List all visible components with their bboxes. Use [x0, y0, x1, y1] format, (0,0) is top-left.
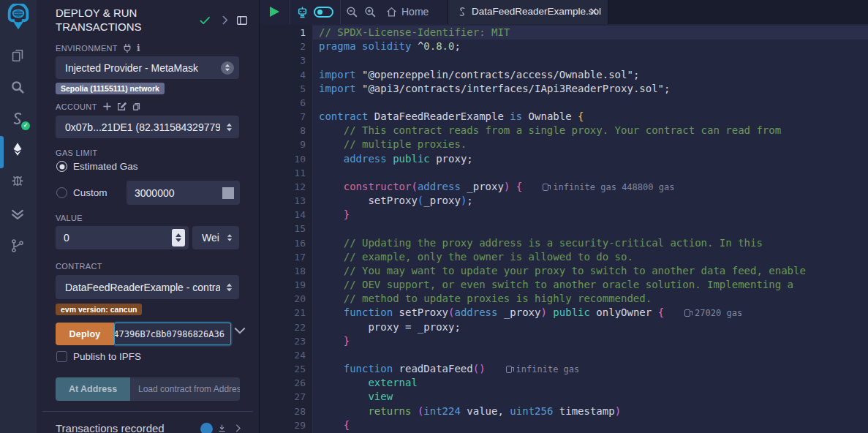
- line-number[interactable]: 19: [260, 278, 313, 292]
- publish-ipfs-checkbox[interactable]: [56, 351, 67, 362]
- tab-datafeedreaderexample[interactable]: DataFeedReaderExample.sol: [448, 0, 608, 24]
- code-line[interactable]: 9 // multiple proxies.: [260, 138, 868, 151]
- code-line[interactable]: 12 constructor(address _proxy) {infinite…: [260, 180, 868, 194]
- remix-logo-icon[interactable]: [4, 4, 32, 31]
- line-number[interactable]: 23: [260, 334, 313, 348]
- close-tab-icon[interactable]: [588, 6, 599, 17]
- custom-gas-radio[interactable]: [56, 187, 67, 198]
- line-number[interactable]: 28: [260, 404, 313, 418]
- code-line[interactable]: 6: [260, 96, 868, 110]
- code-line[interactable]: 13 setProxy(_proxy);: [260, 194, 868, 208]
- zoom-out-icon[interactable]: [345, 5, 359, 19]
- code-editor[interactable]: 1// SPDX-License-Identifier: MIT2pragma …: [260, 24, 868, 433]
- sidebar-item-git[interactable]: [10, 238, 27, 255]
- code-line[interactable]: 8 // This contract reads from a single p…: [260, 124, 868, 138]
- line-number[interactable]: 18: [260, 264, 313, 278]
- zoom-in-icon[interactable]: [363, 5, 377, 19]
- forward-arrow-icon[interactable]: [219, 14, 232, 27]
- line-number[interactable]: 27: [260, 390, 313, 404]
- sidebar-item-deploy-run[interactable]: [10, 141, 27, 159]
- estimated-gas-radio[interactable]: [56, 161, 67, 172]
- value-input[interactable]: 0: [56, 226, 189, 249]
- deploy-button[interactable]: Deploy: [56, 323, 114, 345]
- custom-gas-input[interactable]: 3000000: [127, 181, 240, 205]
- code-line[interactable]: 14 }: [260, 208, 868, 222]
- pin-panel-icon[interactable]: [235, 14, 249, 27]
- code-line[interactable]: 22 proxy = _proxy;: [260, 320, 868, 334]
- run-script-icon[interactable]: [270, 7, 279, 17]
- contract-select[interactable]: DataFeedReaderExample - contracts: [56, 275, 239, 299]
- line-number[interactable]: 26: [260, 376, 313, 390]
- line-number[interactable]: 10: [260, 152, 313, 166]
- line-number[interactable]: 13: [260, 194, 313, 208]
- save-transactions-icon[interactable]: [217, 423, 227, 433]
- line-number[interactable]: 7: [260, 110, 313, 124]
- code-line[interactable]: 7contract DataFeedReaderExample is Ownab…: [260, 110, 868, 124]
- account-select[interactable]: 0x07b...21DE1 (82.3115843297797: [56, 116, 239, 138]
- deploy-address-input[interactable]: 0947396B7cBb07986826A36: [114, 323, 231, 345]
- code-line[interactable]: 18 // You may want to update your proxy …: [260, 264, 868, 278]
- ai-assistant-robot-icon[interactable]: [295, 4, 310, 20]
- line-number[interactable]: 4: [260, 68, 313, 82]
- line-number[interactable]: 11: [260, 166, 313, 180]
- gas-input-spinner[interactable]: [222, 187, 234, 199]
- line-number[interactable]: 15: [260, 222, 313, 236]
- deploy-expand-chevron-icon[interactable]: [234, 327, 246, 335]
- code-line[interactable]: 2pragma solidity ^0.8.0;: [260, 39, 868, 53]
- code-line[interactable]: 21 function setProxy(address _proxy) pub…: [260, 306, 868, 320]
- line-number[interactable]: 8: [260, 124, 313, 138]
- line-number[interactable]: 2: [260, 39, 313, 53]
- line-number[interactable]: 21: [260, 306, 313, 320]
- line-number[interactable]: 22: [260, 320, 313, 334]
- sidebar-item-debugger[interactable]: [10, 172, 27, 189]
- line-number[interactable]: 12: [260, 180, 313, 194]
- code-line[interactable]: 4import "@openzeppelin/contracts/access/…: [260, 68, 868, 82]
- code-line[interactable]: 24: [260, 348, 868, 362]
- value-spinner[interactable]: [172, 229, 185, 246]
- edit-account-icon[interactable]: [117, 102, 127, 111]
- line-number[interactable]: 29: [260, 418, 313, 432]
- line-number[interactable]: 6: [260, 96, 313, 110]
- home-icon[interactable]: [385, 6, 398, 18]
- code-line[interactable]: 1// SPDX-License-Identifier: MIT: [260, 26, 868, 39]
- line-number[interactable]: 16: [260, 236, 313, 250]
- line-number[interactable]: 25: [260, 362, 313, 376]
- value-unit-select[interactable]: Wei: [192, 226, 239, 249]
- environment-select[interactable]: Injected Provider - MetaMask: [56, 56, 239, 79]
- code-line[interactable]: 29 {: [260, 418, 868, 432]
- line-number[interactable]: 17: [260, 250, 313, 264]
- line-number[interactable]: 5: [260, 82, 313, 96]
- transactions-expand-chevron-icon[interactable]: [233, 423, 244, 433]
- plug-icon[interactable]: [123, 43, 132, 53]
- line-number[interactable]: 9: [260, 138, 313, 151]
- line-number[interactable]: 3: [260, 53, 313, 67]
- at-address-button[interactable]: At Address: [56, 377, 130, 401]
- code-line[interactable]: 25 function readDataFeed()infinite gas: [260, 362, 868, 376]
- sidebar-item-solidity-compiler[interactable]: ✓: [10, 110, 27, 128]
- code-line[interactable]: 3: [260, 53, 868, 67]
- at-address-input[interactable]: Load contract from Address: [130, 377, 240, 401]
- home-tab-label[interactable]: Home: [401, 6, 429, 18]
- code-line[interactable]: 5import "@api3/contracts/interfaces/IApi…: [260, 82, 868, 96]
- sidebar-item-search[interactable]: [10, 79, 27, 97]
- code-line[interactable]: 26 external: [260, 376, 868, 390]
- ai-toggle-switch[interactable]: [314, 7, 333, 18]
- add-account-icon[interactable]: [102, 102, 112, 111]
- code-line[interactable]: 16 // Updating the proxy address is a se…: [260, 236, 868, 250]
- line-number[interactable]: 1: [260, 26, 313, 39]
- code-line[interactable]: 19 // OEV support, or even switch to ano…: [260, 278, 868, 292]
- code-line[interactable]: 20 // method to update proxies is highly…: [260, 292, 868, 306]
- sidebar-item-file-explorer[interactable]: [10, 48, 27, 65]
- line-number[interactable]: 24: [260, 348, 313, 362]
- code-line[interactable]: 15: [260, 222, 868, 236]
- sidebar-item-unit-testing[interactable]: [10, 206, 27, 223]
- code-line[interactable]: 10 address public proxy;: [260, 152, 868, 166]
- code-line[interactable]: 11: [260, 166, 868, 180]
- info-icon[interactable]: i: [137, 43, 140, 53]
- code-line[interactable]: 23 }: [260, 334, 868, 348]
- line-number[interactable]: 14: [260, 208, 313, 222]
- code-line[interactable]: 27 view: [260, 390, 868, 404]
- line-number[interactable]: 20: [260, 292, 313, 306]
- code-line[interactable]: 28 returns (int224 value, uint256 timest…: [260, 404, 868, 418]
- code-line[interactable]: 17 // example, only the owner is allowed…: [260, 250, 868, 264]
